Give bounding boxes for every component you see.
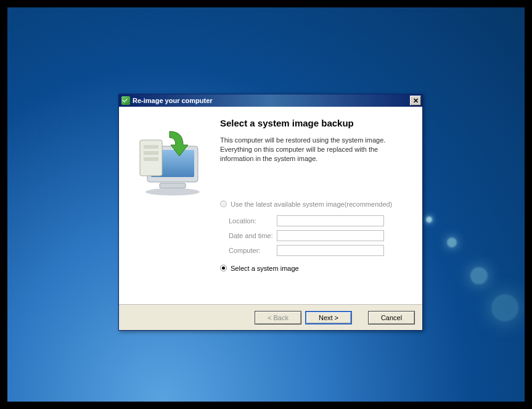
dialog-content: Select a system image backup This comput… [119,107,422,304]
svg-rect-7 [144,151,158,155]
close-icon: ✕ [413,97,419,104]
titlebar[interactable]: Re-image your computer ✕ [119,94,422,107]
back-button: < Back [255,311,301,324]
radio-dot-icon [222,266,225,270]
dialog-footer: < Back Next > Cancel [119,304,422,330]
location-label: Location: [229,217,277,225]
radio-icon [220,265,227,271]
location-value [277,215,384,226]
field-datetime: Date and time: [229,230,407,241]
app-icon [121,96,130,105]
decor-flare [491,294,518,321]
next-button[interactable]: Next > [305,311,352,324]
page-description: This computer will be restored using the… [220,136,399,163]
reimage-graphic-icon [126,119,213,205]
svg-point-4 [145,188,200,196]
option-select-image-label: Select a system image [231,265,299,272]
close-button[interactable]: ✕ [410,96,421,105]
field-location: Location: [229,215,407,226]
option-select-image[interactable]: Select a system image [220,265,407,272]
datetime-label: Date and time: [229,232,277,239]
option-use-latest-label: Use the latest available system image(re… [231,200,392,208]
svg-rect-3 [160,183,186,188]
latest-image-details: Location: Date and time: Computer: [229,215,407,256]
decor-flare [447,238,457,247]
radio-icon [220,200,227,207]
svg-rect-6 [144,145,158,149]
page-heading: Select a system image backup [220,118,407,128]
dialog-main: Select a system image backup This comput… [220,107,422,304]
option-use-latest: Use the latest available system image(re… [220,200,407,208]
computer-value [277,245,384,256]
wizard-graphic-pane [119,107,220,304]
computer-label: Computer: [229,247,277,254]
reimage-dialog: Re-image your computer ✕ [118,94,423,331]
window-title: Re-image your computer [133,97,410,104]
decor-flare [470,267,488,284]
decor-flare [426,217,432,223]
svg-rect-8 [144,157,158,161]
cancel-button[interactable]: Cancel [368,311,415,324]
field-computer: Computer: [229,245,407,256]
desktop-background: Re-image your computer ✕ [7,7,525,402]
datetime-value [277,230,384,241]
